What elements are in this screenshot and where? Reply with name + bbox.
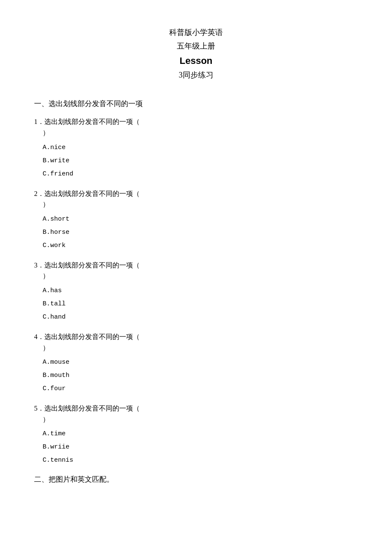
question-2-body: ．选出划线部分发音不同的一项（ — [37, 190, 140, 197]
q3-option-c: C.hand — [43, 311, 358, 323]
question-1-number: 1 — [34, 118, 37, 125]
q5-option-c: C.tennis — [43, 454, 358, 466]
question-4-text: 4．选出划线部分发音不同的一项（ ） — [34, 331, 358, 353]
q2-option-c: C.work — [43, 240, 358, 251]
title-line4: 3同步练习 — [34, 68, 358, 82]
question-5: 5．选出划线部分发音不同的一项（ ） A.time B.wriie C.tenn… — [34, 403, 358, 466]
question-4-number: 4 — [34, 333, 37, 340]
q3-option-a: A.has — [43, 285, 358, 296]
q4-option-b: B.mouth — [43, 370, 358, 381]
question-4-body: ．选出划线部分发音不同的一项（ — [37, 333, 140, 340]
question-1-end: ） — [43, 129, 49, 136]
section2-header: 二、把图片和英文匹配。 — [34, 474, 358, 484]
q4-option-c: C.four — [43, 383, 358, 394]
q1-option-a: A.nice — [43, 142, 358, 153]
question-5-text: 5．选出划线部分发音不同的一项（ ） — [34, 403, 358, 425]
question-2-end: ） — [43, 201, 49, 208]
q2-option-a: A.short — [43, 213, 358, 225]
q1-option-c: C.friend — [43, 168, 358, 180]
question-2-text: 2．选出划线部分发音不同的一项（ ） — [34, 188, 358, 210]
question-1-text: 1．选出划线部分发音不同的一项（ ） — [34, 116, 358, 138]
q1-option-b: B.write — [43, 155, 358, 167]
title-line2: 五年级上册 — [34, 39, 358, 53]
question-5-end: ） — [43, 416, 49, 423]
question-3-text: 3．选出划线部分发音不同的一项（ ） — [34, 260, 358, 282]
question-3-number: 3 — [34, 262, 37, 269]
question-3: 3．选出划线部分发音不同的一项（ ） A.has B.tall C.hand — [34, 260, 358, 323]
title-block: 科普版小学英语 五年级上册 Lesson 3同步练习 — [34, 26, 358, 82]
question-2: 2．选出划线部分发音不同的一项（ ） A.short B.horse C.wor… — [34, 188, 358, 251]
q2-option-b: B.horse — [43, 227, 358, 238]
question-1-body: ．选出划线部分发音不同的一项（ — [37, 118, 140, 125]
question-2-number: 2 — [34, 190, 37, 197]
question-1: 1．选出划线部分发音不同的一项（ ） A.nice B.write C.frie… — [34, 116, 358, 179]
title-line1: 科普版小学英语 — [34, 26, 358, 39]
question-4-end: ） — [43, 344, 49, 351]
title-lesson: Lesson — [34, 53, 358, 68]
section1-header: 一、选出划线部分发音不同的一项 — [34, 99, 358, 109]
question-3-body: ．选出划线部分发音不同的一项（ — [37, 262, 140, 269]
q3-option-b: B.tall — [43, 298, 358, 310]
question-5-number: 5 — [34, 405, 37, 412]
q4-option-a: A.mouse — [43, 357, 358, 368]
question-3-end: ） — [43, 272, 49, 279]
q5-option-b: B.wriie — [43, 441, 358, 453]
question-5-body: ．选出划线部分发音不同的一项（ — [37, 405, 140, 412]
question-4: 4．选出划线部分发音不同的一项（ ） A.mouse B.mouth C.fou… — [34, 331, 358, 394]
q5-option-a: A.time — [43, 428, 358, 440]
